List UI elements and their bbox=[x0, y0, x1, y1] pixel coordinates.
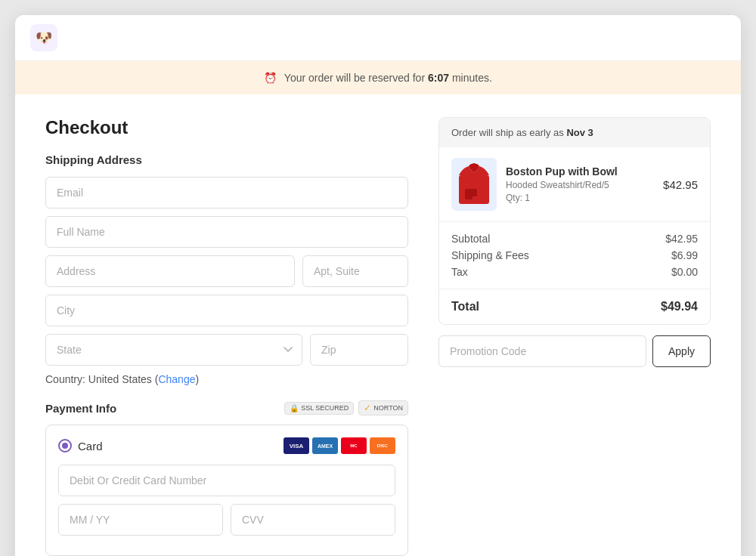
payment-header: Payment Info 🔒 SSL SECURED ✓ NORTON bbox=[45, 400, 408, 415]
tax-line: Tax $0.00 bbox=[451, 266, 698, 278]
product-image-svg bbox=[455, 162, 493, 207]
timer-text: Your order will be reserved for 6:07 min… bbox=[284, 72, 492, 84]
timer-time: 6:07 bbox=[428, 72, 449, 84]
discover-icon: DISC bbox=[370, 437, 395, 454]
top-bar: 🐶 bbox=[15, 15, 741, 61]
state-select-wrap: State AlabamaAlaskaArizona ArkansasCalif… bbox=[45, 334, 302, 366]
clock-icon: ⏰ bbox=[264, 72, 277, 84]
svg-rect-1 bbox=[465, 189, 472, 199]
amex-icon: AMEX bbox=[312, 437, 338, 454]
total-value: $49.94 bbox=[661, 300, 698, 314]
zip-field[interactable] bbox=[310, 334, 408, 366]
ship-date: Nov 3 bbox=[566, 127, 593, 138]
apply-button[interactable]: Apply bbox=[652, 335, 711, 367]
main-window: 🐶 ⏰ Your order will be reserved for 6:07… bbox=[15, 15, 741, 556]
visa-icon: VISA bbox=[284, 437, 309, 454]
country-line: Country: United States (Change) bbox=[45, 373, 408, 385]
ship-header: Order will ship as early as Nov 3 bbox=[439, 118, 710, 147]
card-row: Card VISA AMEX MC DISC bbox=[58, 437, 395, 454]
logo: 🐶 bbox=[30, 24, 57, 51]
expiry-field[interactable] bbox=[58, 504, 223, 536]
ssl-badge: 🔒 SSL SECURED bbox=[284, 402, 354, 415]
payment-section-title: Payment Info bbox=[45, 402, 116, 415]
email-group bbox=[45, 177, 408, 208]
total-row: Total $49.94 bbox=[439, 289, 710, 324]
main-content: Checkout Shipping Address bbox=[15, 94, 741, 556]
page-title: Checkout bbox=[45, 117, 408, 138]
total-label: Total bbox=[451, 300, 479, 314]
city-field[interactable] bbox=[45, 295, 408, 326]
promo-row: Apply bbox=[438, 335, 711, 367]
zip-wrap bbox=[310, 334, 408, 366]
product-name: Boston Pup with Bowl bbox=[506, 165, 654, 178]
expiry-group bbox=[58, 504, 223, 536]
card-number-field[interactable] bbox=[58, 465, 395, 496]
payment-box: Card VISA AMEX MC DISC bbox=[45, 425, 408, 556]
promo-code-field[interactable] bbox=[438, 335, 646, 367]
apt-group bbox=[302, 255, 408, 287]
shipping-section-title: Shipping Address bbox=[45, 153, 408, 166]
state-select[interactable]: State AlabamaAlaskaArizona ArkansasCalif… bbox=[45, 334, 302, 366]
address-group bbox=[45, 255, 295, 287]
product-info: Boston Pup with Bowl Hooded Sweatshirt/R… bbox=[506, 165, 654, 203]
address-row bbox=[45, 255, 408, 287]
expiry-cvv-row bbox=[58, 504, 395, 536]
address-field[interactable] bbox=[45, 255, 295, 287]
product-image bbox=[451, 158, 497, 211]
state-zip-row: State AlabamaAlaskaArizona ArkansasCalif… bbox=[45, 334, 408, 366]
tax-label: Tax bbox=[451, 266, 468, 278]
card-label: Card bbox=[58, 439, 103, 453]
cvv-group bbox=[231, 504, 395, 536]
norton-check-icon: ✓ bbox=[364, 403, 371, 413]
email-field[interactable] bbox=[45, 177, 408, 208]
shipping-value: $6.99 bbox=[671, 249, 698, 261]
lock-icon: 🔒 bbox=[290, 404, 299, 412]
card-radio[interactable] bbox=[58, 439, 72, 453]
product-price: $42.95 bbox=[663, 178, 698, 191]
shipping-line: Shipping & Fees $6.99 bbox=[451, 249, 698, 261]
mastercard-icon: MC bbox=[341, 437, 367, 454]
right-column: Order will ship as early as Nov 3 bbox=[438, 117, 711, 556]
fullname-field[interactable] bbox=[45, 216, 408, 248]
left-column: Checkout Shipping Address bbox=[45, 117, 408, 556]
product-qty: Qty: 1 bbox=[506, 193, 654, 203]
subtotal-line: Subtotal $42.95 bbox=[451, 233, 698, 245]
change-country-link[interactable]: Change bbox=[158, 373, 195, 385]
order-summary: Order will ship as early as Nov 3 bbox=[438, 117, 711, 325]
apt-field[interactable] bbox=[302, 255, 408, 287]
subtotal-value: $42.95 bbox=[665, 233, 698, 245]
product-variant: Hooded Sweatshirt/Red/5 bbox=[506, 180, 654, 190]
product-row: Boston Pup with Bowl Hooded Sweatshirt/R… bbox=[439, 147, 710, 222]
card-number-group bbox=[58, 465, 395, 496]
norton-badge: ✓ NORTON bbox=[358, 400, 408, 415]
timer-banner: ⏰ Your order will be reserved for 6:07 m… bbox=[15, 61, 741, 94]
security-badges: 🔒 SSL SECURED ✓ NORTON bbox=[284, 400, 408, 415]
city-group bbox=[45, 295, 408, 326]
subtotal-label: Subtotal bbox=[451, 233, 490, 245]
price-rows: Subtotal $42.95 Shipping & Fees $6.99 Ta… bbox=[439, 222, 710, 289]
shipping-label: Shipping & Fees bbox=[451, 249, 529, 261]
fullname-group bbox=[45, 216, 408, 248]
cvv-field[interactable] bbox=[231, 504, 395, 536]
card-icons: VISA AMEX MC DISC bbox=[284, 437, 395, 454]
svg-rect-2 bbox=[472, 189, 477, 196]
tax-value: $0.00 bbox=[671, 266, 698, 278]
